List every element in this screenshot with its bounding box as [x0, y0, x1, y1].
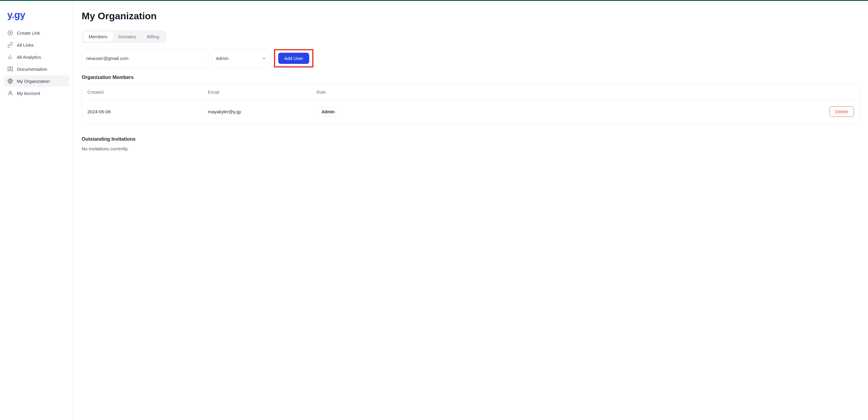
add-user-row: Admin Add User: [82, 49, 860, 67]
sidebar-item-label: All Analytics: [17, 55, 41, 60]
tab-billing[interactable]: Billing: [142, 32, 164, 41]
invitations-empty: No Invitations currently.: [82, 146, 860, 151]
globe-icon: [7, 78, 13, 84]
cell-role: Admin: [316, 107, 830, 116]
role-select[interactable]: Admin: [211, 49, 271, 67]
app-shell: y.gy Create Link All Links All Analytics…: [0, 1, 868, 420]
plus-circle-icon: [7, 30, 13, 36]
tabs: Members Domains Billing: [82, 30, 166, 43]
sidebar-nav: Create Link All Links All Analytics Docu…: [4, 27, 69, 99]
role-select-value: Admin: [216, 56, 229, 61]
user-icon: [7, 90, 13, 96]
sidebar-item-label: My Organization: [17, 78, 50, 84]
tab-domains[interactable]: Domains: [113, 32, 142, 41]
sidebar-item-label: Documentation: [17, 67, 47, 72]
cell-email: mayakyler@y.gy: [208, 109, 316, 114]
chevron-down-icon: [261, 56, 267, 61]
sidebar-item-documentation[interactable]: Documentation: [4, 63, 69, 75]
highlight-annotation: Add User: [274, 49, 313, 67]
invitations-heading: Outstanding Invitations: [82, 136, 860, 142]
email-input[interactable]: [82, 49, 208, 67]
sidebar-item-label: All Links: [17, 42, 34, 47]
sidebar-item-my-account[interactable]: My Account: [4, 87, 69, 99]
page-title: My Organization: [82, 10, 860, 22]
main-content: My Organization Members Domains Billing …: [73, 1, 868, 420]
cell-created: 2024-05-08: [87, 109, 208, 114]
book-icon: [7, 66, 13, 72]
role-badge: Admin: [316, 107, 340, 116]
link-icon: [7, 42, 13, 48]
add-user-button[interactable]: Add User: [278, 53, 309, 64]
members-table: Created Email Role 2024-05-08 mayakyler@…: [82, 84, 860, 124]
svg-point-8: [9, 91, 11, 93]
sidebar-item-label: My Account: [17, 91, 40, 96]
sidebar-item-all-links[interactable]: All Links: [4, 39, 69, 51]
brand-logo: y.gy: [4, 9, 69, 21]
org-members-heading: Organization Members: [82, 75, 860, 80]
sidebar-item-label: Create Link: [17, 30, 40, 36]
table-header: Created Email Role: [82, 85, 859, 100]
table-row: 2024-05-08 mayakyler@y.gy Admin Delete: [82, 100, 859, 124]
col-created: Created: [87, 90, 208, 95]
sidebar-item-my-organization[interactable]: My Organization: [4, 75, 69, 87]
sidebar-item-all-analytics[interactable]: All Analytics: [4, 51, 69, 63]
sidebar: y.gy Create Link All Links All Analytics…: [0, 1, 73, 420]
delete-button[interactable]: Delete: [830, 106, 854, 117]
col-email: Email: [208, 90, 316, 95]
tab-members[interactable]: Members: [83, 32, 113, 41]
sidebar-item-create-link[interactable]: Create Link: [4, 27, 69, 39]
col-role: Role: [316, 90, 854, 95]
bar-chart-icon: [7, 54, 13, 60]
